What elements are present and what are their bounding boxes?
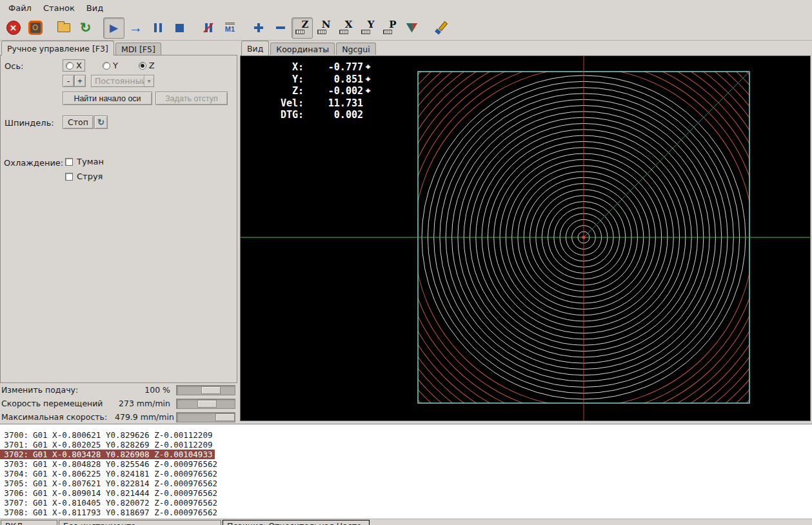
jog-minus-button[interactable]: - bbox=[63, 75, 74, 87]
gcode-line[interactable]: 3705:G01 X-0.807621 Y0.822814 Z-0.000976… bbox=[0, 479, 220, 488]
skip-lines-toggle[interactable] bbox=[197, 17, 219, 39]
axis-radio[interactable]: Y bbox=[99, 59, 121, 72]
mist-label: Туман bbox=[77, 157, 104, 166]
zoom-in-icon bbox=[254, 23, 263, 32]
machine-power-button[interactable]: O bbox=[25, 17, 46, 39]
preview-tab[interactable]: Координаты bbox=[270, 43, 335, 55]
stop-icon bbox=[175, 24, 184, 32]
ruler-icon bbox=[295, 30, 304, 34]
ruler-icon bbox=[361, 30, 370, 34]
toolbar-separator bbox=[191, 19, 197, 37]
dro-readout: X: -0.777 ⌖ Y: 0.851 ⌖ Z: -0 bbox=[266, 61, 370, 121]
dro-axis-value: 0.002 bbox=[304, 109, 363, 121]
spindle-select[interactable]: Стоп bbox=[63, 115, 94, 129]
view-perspective-icon: P bbox=[381, 19, 399, 37]
control-tab[interactable]: Ручное управление [F3] bbox=[1, 41, 114, 55]
touch-off-button[interactable]: Задать отступ bbox=[155, 92, 228, 105]
jog-increment-select[interactable]: Постоянный ▾ bbox=[91, 75, 154, 87]
gcode-line-number: 3700: bbox=[0, 430, 28, 440]
estop-button[interactable]: ✕ bbox=[3, 17, 24, 39]
axis-radio[interactable]: Z bbox=[135, 59, 158, 72]
stop-button[interactable] bbox=[169, 17, 190, 39]
axis-radio[interactable]: X bbox=[63, 59, 85, 72]
spindle-label: Шпиндель: bbox=[5, 118, 54, 128]
run-program-button[interactable]: ▶ bbox=[103, 17, 124, 39]
preview-tab[interactable]: Вид bbox=[241, 41, 269, 55]
dro-row: Z: -0.002 ⌖ bbox=[266, 85, 370, 97]
pause-button[interactable] bbox=[147, 17, 168, 39]
clear-plot-button[interactable] bbox=[430, 17, 451, 39]
jog-speed-value: 273 mm/min bbox=[115, 399, 176, 408]
view-y-button[interactable]: Y bbox=[357, 17, 379, 39]
jog-speed-slider[interactable] bbox=[176, 399, 235, 409]
slider-handle[interactable] bbox=[215, 413, 235, 421]
toolbar-separator bbox=[97, 19, 103, 37]
max-velocity-value: 479.9 mm/min bbox=[115, 412, 176, 422]
view-perspective-button[interactable]: P bbox=[379, 17, 401, 39]
open-file-button[interactable] bbox=[53, 17, 74, 39]
preview-tab[interactable]: Ngcgui bbox=[336, 43, 376, 55]
view-x-icon: X bbox=[337, 19, 355, 37]
preview-panel: Вид Координаты Ngcgui X: -0.777 ⌖ bbox=[240, 41, 812, 424]
view-x-button[interactable]: X bbox=[335, 17, 357, 39]
radio-icon bbox=[103, 62, 110, 70]
dro-axis-value: 0.851 bbox=[304, 74, 363, 86]
gcode-line[interactable]: 3706:G01 X-0.809014 Y0.821444 Z-0.000976… bbox=[0, 488, 220, 498]
view-z-button[interactable]: Z bbox=[292, 17, 313, 39]
gcode-line[interactable]: 3701:G01 X-0.802025 Y0.828269 Z-0.001122… bbox=[0, 440, 215, 450]
view-z-rotated-icon: N bbox=[315, 19, 333, 37]
menu-item[interactable]: Файл bbox=[3, 1, 37, 15]
view-y-icon: Y bbox=[359, 19, 377, 37]
menu-item[interactable]: Вид bbox=[81, 1, 109, 15]
slider-handle[interactable] bbox=[197, 400, 217, 408]
spindle-state-value: Стоп bbox=[68, 117, 88, 127]
home-axis-button[interactable]: Найти начало оси bbox=[63, 92, 152, 105]
optional-pause-toggle[interactable]: M1 bbox=[219, 17, 241, 39]
open-folder-icon bbox=[57, 23, 70, 32]
axis-radio-label: Z bbox=[149, 61, 155, 70]
spindle-controls: Стоп ↻ bbox=[63, 115, 108, 129]
menu-item[interactable]: Станок bbox=[37, 1, 81, 15]
gcode-line[interactable]: 3702:G01 X-0.803428 Y0.826908 Z-0.001049… bbox=[0, 450, 215, 459]
zoom-in-button[interactable] bbox=[248, 17, 269, 39]
spindle-dropdown-button[interactable]: ↻ bbox=[94, 115, 108, 129]
feed-override-slider[interactable] bbox=[176, 385, 235, 395]
run-from-line-button[interactable]: → bbox=[125, 17, 146, 39]
skip-lines-icon bbox=[203, 23, 213, 33]
jog-plus-button[interactable]: + bbox=[74, 75, 86, 87]
jog-speed-row: Скорость перемещений 273 mm/min bbox=[0, 397, 237, 410]
control-tab[interactable]: MDI [F5] bbox=[115, 43, 161, 55]
reload-file-button[interactable]: ↻ bbox=[75, 17, 96, 39]
control-panel: Ручное управление [F3] MDI [F5] Ось: X bbox=[0, 41, 237, 424]
gcode-line[interactable]: 3703:G01 X-0.804828 Y0.825546 Z-0.000976… bbox=[0, 459, 220, 469]
gcode-line[interactable]: 3707:G01 X-0.810405 Y0.820072 Z-0.000976… bbox=[0, 498, 220, 508]
gcode-line[interactable]: 3704:G01 X-0.806225 Y0.824181 Z-0.000976… bbox=[0, 469, 220, 479]
machine-state-status: ВКЛ bbox=[1, 520, 57, 525]
axis-radio-label: X bbox=[76, 61, 82, 70]
slider-handle[interactable] bbox=[201, 386, 221, 394]
axis-radio-label: Y bbox=[113, 61, 118, 70]
gcode-line[interactable]: 3708:G01 X-0.811793 Y0.818697 Z-0.000976… bbox=[0, 508, 220, 517]
dro-axis-label: DTG: bbox=[266, 109, 304, 121]
max-velocity-row: Максимальная скорость: 479.9 mm/min bbox=[0, 410, 237, 424]
toolpath-preview[interactable]: X: -0.777 ⌖ Y: 0.851 ⌖ Z: -0 bbox=[240, 55, 811, 421]
checkbox-icon bbox=[65, 173, 73, 181]
flood-checkbox[interactable]: Струя bbox=[65, 172, 104, 181]
gcode-line-text: G01 X-0.803428 Y0.826908 Z-0.00104933 bbox=[33, 450, 212, 459]
dro-row: Y: 0.851 ⌖ bbox=[266, 74, 370, 86]
brush-icon bbox=[434, 21, 447, 34]
pause-icon bbox=[154, 23, 162, 32]
gcode-line-text: G01 X-0.804828 Y0.825546 Z-0.000976562 bbox=[33, 459, 217, 469]
gcode-line[interactable]: 3700:G01 X-0.800621 Y0.829626 Z-0.001122… bbox=[0, 430, 215, 440]
max-velocity-slider[interactable] bbox=[176, 412, 235, 422]
chevron-down-icon: ▾ bbox=[144, 75, 153, 86]
mist-checkbox[interactable]: Туман bbox=[65, 157, 104, 166]
rotate-view-button[interactable] bbox=[401, 17, 422, 39]
spindle-dropdown-icon: ↻ bbox=[97, 117, 104, 127]
zoom-out-button[interactable] bbox=[270, 17, 291, 39]
gcode-line-number: 3702: bbox=[0, 450, 28, 459]
coolant-controls: Туман Струя bbox=[65, 157, 104, 181]
max-velocity-label: Максимальная скорость: bbox=[0, 412, 107, 422]
view-z-rotated-button[interactable]: N bbox=[313, 17, 335, 39]
view-z-icon: Z bbox=[293, 19, 312, 37]
